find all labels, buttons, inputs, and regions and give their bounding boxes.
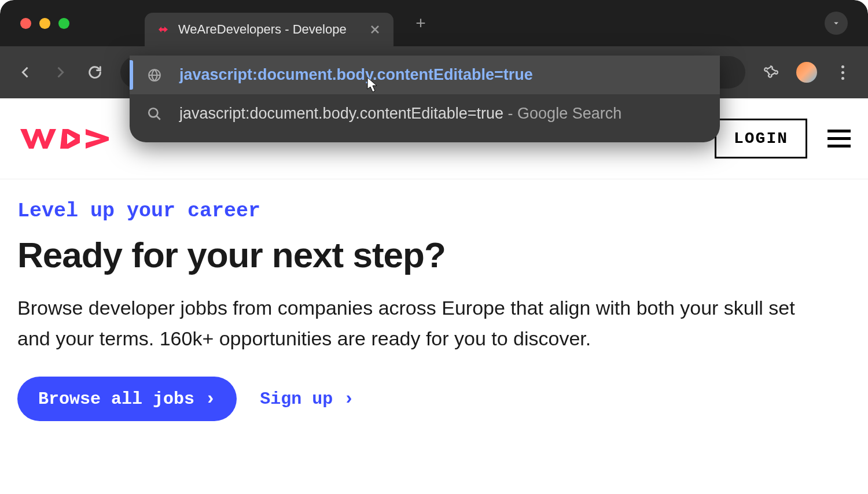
browse-jobs-button[interactable]: Browse all jobs › (17, 377, 237, 421)
chevron-right-icon: › (205, 388, 216, 410)
hero-section: Level up your career Ready for your next… (0, 179, 868, 441)
browser-chrome: WeAreDevelopers - Develope + javascript:… (0, 0, 868, 98)
suggestion-item[interactable]: javascript:document.body.contentEditable… (130, 94, 720, 133)
tab-favicon-icon (156, 23, 170, 36)
tab-title: WeAreDevelopers - Develope (178, 22, 360, 37)
hamburger-menu-icon[interactable] (827, 130, 851, 148)
chevron-right-icon: › (343, 388, 354, 410)
new-tab-button[interactable]: + (412, 13, 429, 33)
hero-headline: Ready for your next step? (17, 234, 851, 275)
forward-button[interactable] (51, 63, 69, 82)
chrome-menu-button[interactable] (833, 63, 852, 82)
browser-tab[interactable]: WeAreDevelopers - Develope (145, 13, 393, 46)
window-minimize-button[interactable] (39, 18, 50, 29)
suggestion-text: javascript:document.body.contentEditable… (179, 66, 533, 84)
window-close-button[interactable] (20, 18, 31, 29)
window-maximize-button[interactable] (58, 18, 69, 29)
globe-icon (147, 68, 162, 83)
site-logo[interactable] (17, 123, 116, 154)
cta-row: Browse all jobs › Sign up › (17, 377, 851, 421)
tab-strip: WeAreDevelopers - Develope + (0, 0, 868, 46)
button-label: Browse all jobs (38, 389, 194, 409)
hero-body: Browse developer jobbs from companies ac… (17, 293, 816, 353)
svg-point-2 (149, 108, 157, 117)
sign-up-link[interactable]: Sign up › (260, 388, 354, 410)
suggestion-text: javascript:document.body.contentEditable… (179, 105, 621, 123)
profile-avatar[interactable] (796, 62, 817, 83)
reload-button[interactable] (86, 63, 104, 82)
extension-icon[interactable] (762, 63, 780, 82)
page-content: LOGIN Level up your career Ready for you… (0, 98, 868, 494)
search-icon (147, 106, 162, 121)
tabs-dropdown-button[interactable] (825, 12, 848, 35)
tab-close-icon[interactable] (368, 23, 382, 36)
hero-eyebrow: Level up your career (17, 200, 851, 223)
login-button[interactable]: LOGIN (715, 119, 807, 158)
link-label: Sign up (260, 389, 333, 409)
omnibox-suggestions: javascript:document.body.contentEditable… (130, 56, 720, 142)
suggestion-item[interactable]: javascript:document.body.contentEditable… (130, 56, 720, 94)
traffic-lights (20, 18, 69, 29)
back-button[interactable] (16, 63, 35, 82)
